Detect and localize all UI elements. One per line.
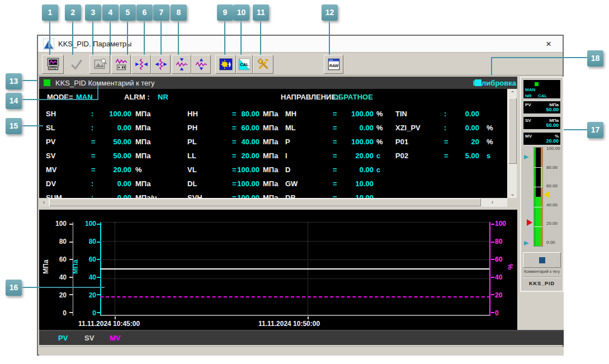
- axis-tick-label: 100: [49, 220, 67, 227]
- param-label: MV: [46, 166, 57, 174]
- callout-17: 17: [587, 122, 603, 138]
- vertical-scrollbar[interactable]: ⌃ ⌄: [507, 89, 517, 198]
- param-unit: %: [487, 124, 493, 132]
- horizontal-scroll-thumb[interactable]: [49, 198, 481, 206]
- faceplate-mode-box: MAN NR CAL: [523, 79, 561, 99]
- alarm-colors-button[interactable]: [215, 55, 236, 74]
- faceplate-cal: CAL: [538, 93, 547, 98]
- param-value: 0.00: [446, 124, 479, 132]
- param-value: 50.00: [95, 152, 131, 160]
- raw-data-button[interactable]: RAW: [324, 55, 343, 74]
- confirm-button[interactable]: [65, 55, 88, 74]
- inner-axis-unit: МПа: [72, 259, 79, 273]
- scroll-left-arrow[interactable]: ‹: [39, 198, 49, 207]
- mv-value: 20.00: [546, 138, 559, 144]
- direction-label: НАПРАВЛЕНИЕ:: [281, 93, 338, 101]
- legend-item-sv[interactable]: SV: [84, 334, 94, 342]
- param-value: 20.00: [334, 152, 374, 160]
- expand-horizontal-button[interactable]: [151, 55, 171, 74]
- vertical-scroll-thumb[interactable]: [508, 98, 517, 164]
- alrm-value: NR: [158, 93, 168, 101]
- param-label: SUM: [46, 193, 62, 198]
- param-value: 40.00: [235, 138, 259, 146]
- window-status-bar: [39, 347, 564, 356]
- gauge-scale-label: 40.00: [546, 202, 564, 207]
- parameter-rows: SH : 100.00 МПа HH = 80.00 МПа MH = 100.…: [39, 107, 507, 198]
- callout-line: [144, 21, 145, 55]
- param-label: SV: [46, 152, 55, 160]
- mode-row: MODE= MAN ALRM : NR НАПРАВЛЕНИЕ: ОБРАТНО…: [39, 93, 507, 103]
- gauge-marker-yellow[interactable]: [544, 191, 549, 198]
- faceplate-mv-box: MV % 20.00: [523, 132, 561, 145]
- callout-15: 15: [6, 118, 22, 134]
- parameter-row: MV = 20.00 % VL = 100.00 МПа D = 0.00 c: [39, 163, 507, 177]
- sv-label: SV: [525, 118, 531, 123]
- param-label: HH: [187, 110, 198, 118]
- sv-value: 50.00: [546, 122, 559, 128]
- param-unit: МПа: [135, 138, 150, 146]
- callout-line: [492, 57, 587, 58]
- callout-line: [178, 21, 179, 55]
- right-axis-ticks: [491, 224, 494, 313]
- x-axis-label-1: 11.11.2024 10:45:00: [78, 320, 140, 328]
- parameter-row: SUM : 0.00 МПа/ч SVH = 100.00 МПа DB = 1…: [39, 191, 507, 198]
- parameter-row: SL : 0.00 МПа PH = 60.00 МПа ML = 0.00 %…: [39, 121, 507, 135]
- faceplate-open-button[interactable]: [523, 252, 561, 268]
- expand-vertical-button[interactable]: [191, 55, 211, 74]
- scroll-right-arrow[interactable]: ›: [488, 198, 497, 207]
- param-label: ML: [285, 124, 296, 132]
- param-separator: :: [91, 110, 93, 118]
- param-value: 10.00: [334, 179, 374, 188]
- param-value: 0.00: [95, 179, 131, 188]
- param-label: SL: [46, 124, 55, 132]
- param-value: 5.00: [446, 152, 479, 160]
- axis-tick-label: 0: [79, 310, 96, 316]
- scroll-down-arrow[interactable]: ⌄: [508, 190, 517, 198]
- param-value: 10.00: [334, 193, 374, 198]
- param-label: I: [285, 152, 287, 160]
- param-unit: c: [376, 152, 380, 160]
- print-screen-button[interactable]: [42, 55, 64, 74]
- legend-item-mv[interactable]: MV: [110, 334, 121, 342]
- callout-3: 3: [85, 4, 101, 21]
- image-view-button[interactable]: [89, 55, 110, 74]
- close-button[interactable]: ×: [542, 38, 555, 50]
- param-unit: %: [376, 124, 383, 132]
- settings-tools-button[interactable]: [253, 55, 273, 74]
- faceplate-comment: Комментарий к тегу: [521, 270, 563, 273]
- gauge-tick-20: [534, 226, 542, 227]
- callout-line: [22, 99, 98, 100]
- callout-8: 8: [171, 4, 187, 21]
- gauge-marker-red[interactable]: [527, 219, 532, 226]
- horizontal-scrollbar[interactable]: ‹ ›: [39, 198, 507, 207]
- trend-start-stop-button[interactable]: [111, 55, 131, 74]
- param-value: 80.00: [235, 110, 259, 118]
- calibration-button[interactable]: CAL: [236, 55, 253, 74]
- axis-tick-label: 20: [495, 292, 512, 299]
- trend-legend-bar: PV SV MV: [39, 330, 564, 345]
- gauge-scale-label: 20.00: [546, 221, 564, 226]
- axis-tick-label: 20: [49, 292, 67, 299]
- callout-line: [564, 129, 587, 130]
- callout-line: [92, 21, 93, 55]
- param-unit: МПа: [135, 179, 150, 188]
- callout-16: 16: [6, 280, 22, 296]
- legend-item-pv[interactable]: PV: [58, 334, 68, 342]
- title-bar[interactable]: KKS_PID. Параметры ×: [38, 36, 563, 53]
- calibration-label: Калибровка: [473, 79, 516, 87]
- compress-vertical-button[interactable]: [172, 55, 191, 74]
- param-unit: %: [376, 138, 383, 146]
- callout-line: [224, 21, 225, 55]
- axis-tick-label: 80: [495, 238, 512, 245]
- param-value: 100.00: [235, 166, 259, 174]
- param-label: MH: [285, 110, 296, 118]
- param-value: 0.00: [334, 124, 374, 132]
- parameter-row: SH : 100.00 МПа HH = 80.00 МПа MH = 100.…: [39, 107, 507, 121]
- mv-label: MV: [525, 134, 532, 139]
- param-unit: МПа: [263, 110, 278, 118]
- pv-label: PV: [525, 102, 531, 107]
- callout-2: 2: [65, 4, 81, 21]
- compress-horizontal-button[interactable]: [131, 55, 151, 74]
- scroll-up-arrow[interactable]: ⌃: [508, 89, 517, 97]
- alarm-lamp-icon: [219, 57, 233, 72]
